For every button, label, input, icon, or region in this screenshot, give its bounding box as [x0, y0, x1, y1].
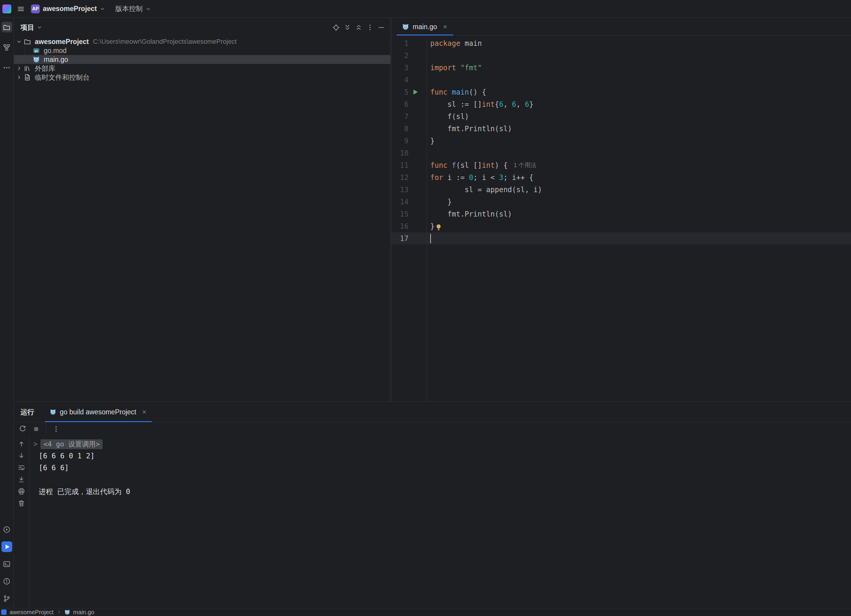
go-file-icon: [402, 23, 409, 30]
panel-title: 项目: [21, 23, 34, 32]
code-token: }: [430, 198, 452, 206]
code-line[interactable]: f(sl): [430, 110, 469, 123]
collapse-all-button[interactable]: [355, 24, 362, 31]
next-occurrence-button[interactable]: [18, 452, 26, 460]
fold-arrow[interactable]: >: [33, 440, 38, 448]
gutter-row[interactable]: 2: [391, 50, 427, 62]
tab-label: main.go: [413, 23, 437, 31]
code-area[interactable]: 1234567891011121314151617 package mainim…: [391, 37, 851, 401]
problems-toolwindow-button[interactable]: [2, 576, 12, 587]
vcs-widget[interactable]: 版本控制: [116, 4, 151, 14]
scroll-to-end-button[interactable]: [18, 476, 26, 484]
project-widget[interactable]: AP awesomeProject: [31, 5, 105, 14]
tree-row-外部库[interactable]: 外部库: [14, 64, 390, 73]
terminal-toolwindow-button[interactable]: [2, 559, 12, 569]
gutter-row[interactable]: 9: [391, 135, 427, 147]
code-line[interactable]: import "fmt": [430, 62, 482, 74]
gutter-row[interactable]: 1: [391, 37, 427, 50]
gutter-row[interactable]: 3: [391, 62, 427, 74]
intention-bulb-icon[interactable]: [435, 224, 442, 231]
gutter-row[interactable]: 8: [391, 123, 427, 135]
services-toolwindow-button[interactable]: [2, 524, 12, 535]
line-number: 1: [391, 39, 409, 48]
code-line[interactable]: }: [430, 196, 452, 208]
tree-row-awesomeProject[interactable]: awesomeProjectC:\Users\meowr\GolandProje…: [14, 37, 390, 46]
code-line[interactable]: sl := []int{6, 6, 6}: [430, 98, 534, 110]
code-token: fmt.Println(sl): [430, 210, 512, 218]
code-line[interactable]: package main: [430, 37, 482, 50]
line-number: 2: [391, 51, 409, 60]
prev-occurrence-button[interactable]: [18, 440, 26, 448]
code-token: int: [482, 100, 495, 108]
gutter-row[interactable]: 17: [391, 232, 427, 245]
code-line[interactable]: }: [430, 220, 442, 232]
code-line[interactable]: func main() {: [430, 86, 486, 98]
tree-row-临时文件和控制台[interactable]: 临时文件和控制台: [14, 73, 390, 82]
run-tab[interactable]: go build awesomeProject: [45, 402, 152, 422]
gutter-row[interactable]: 6: [391, 98, 427, 110]
close-icon[interactable]: [442, 24, 448, 29]
console-toolbar: [14, 436, 30, 608]
main-menu-button[interactable]: [17, 5, 25, 13]
chevron-right-icon[interactable]: [15, 74, 23, 81]
print-button[interactable]: [18, 488, 26, 496]
chevron-down-icon: [145, 6, 151, 12]
project-toolwindow-button[interactable]: [2, 22, 12, 32]
git-toolwindow-button[interactable]: [2, 593, 12, 604]
gutter-row[interactable]: 15: [391, 208, 427, 220]
gutter-row[interactable]: 4: [391, 74, 427, 86]
chevron-right-icon[interactable]: [15, 65, 23, 72]
run-gutter-icon[interactable]: [412, 88, 419, 96]
project-color-icon: [1, 610, 6, 615]
more-toolwindows-button[interactable]: [2, 62, 12, 73]
structure-toolwindow-button[interactable]: [2, 42, 12, 53]
gutter-row[interactable]: 14: [391, 196, 427, 208]
code-line[interactable]: fmt.Println(sl): [430, 208, 512, 220]
gutter-row[interactable]: 16: [391, 220, 427, 232]
hide-panel-button[interactable]: [377, 24, 385, 31]
panel-options-button[interactable]: [366, 24, 374, 31]
gutter-row[interactable]: 12: [391, 171, 427, 183]
active-tab-underline: [397, 35, 453, 35]
project-tree: awesomeProjectC:\Users\meowr\GolandProje…: [14, 37, 390, 82]
line-number: 11: [391, 161, 409, 170]
folded-region-chip[interactable]: <4 go 设置调用>: [41, 439, 103, 449]
chevron-down-icon[interactable]: [15, 38, 23, 45]
expand-all-button[interactable]: [343, 24, 351, 31]
gutter-row[interactable]: 11: [391, 159, 427, 171]
gutter-row[interactable]: 5: [391, 86, 427, 98]
toolbar-options-button[interactable]: [53, 425, 60, 433]
breadcrumb-file[interactable]: main.go: [73, 609, 94, 616]
title-bar: AP awesomeProject 版本控制: [0, 0, 851, 18]
code-token: for: [430, 173, 443, 182]
locate-file-button[interactable]: [332, 24, 340, 31]
code-line[interactable]: [430, 232, 431, 245]
code-line[interactable]: }: [430, 135, 435, 147]
code-line[interactable]: func f(sl []int) {1 个用法: [430, 159, 537, 171]
breadcrumb-project[interactable]: awesomeProject: [9, 609, 54, 616]
tab-main-go[interactable]: main.go: [397, 18, 453, 35]
run-toolwindow-button[interactable]: [2, 541, 12, 552]
chevron-down-icon[interactable]: [37, 24, 42, 30]
stop-button[interactable]: [32, 425, 40, 433]
library-icon: [24, 65, 31, 72]
scratch-icon: [24, 74, 31, 81]
vcs-label: 版本控制: [116, 4, 143, 14]
rerun-button[interactable]: [19, 425, 27, 433]
code-line[interactable]: for i := 0; i < 3; i++ {: [430, 171, 534, 183]
code-token: int: [482, 161, 495, 170]
gutter-row[interactable]: 7: [391, 110, 427, 123]
close-icon[interactable]: [141, 409, 147, 415]
indent-guide: [25, 46, 25, 64]
code-line[interactable]: fmt.Println(sl): [430, 123, 512, 135]
clear-console-button[interactable]: [18, 500, 26, 508]
code-line[interactable]: sl = append(sl, i): [430, 183, 542, 196]
soft-wrap-button[interactable]: [18, 464, 26, 472]
line-number: 14: [391, 198, 409, 206]
gutter-row[interactable]: 13: [391, 183, 427, 196]
tree-row-go.mod[interactable]: gogo.mod: [14, 46, 390, 55]
tree-row-main.go[interactable]: main.go: [14, 55, 390, 64]
console-output[interactable]: ><4 go 设置调用>[6 6 6 0 1 2][6 6 6]进程 已完成，退…: [30, 436, 851, 608]
gutter-row[interactable]: 10: [391, 147, 427, 159]
chevron-right-icon: [57, 610, 61, 614]
